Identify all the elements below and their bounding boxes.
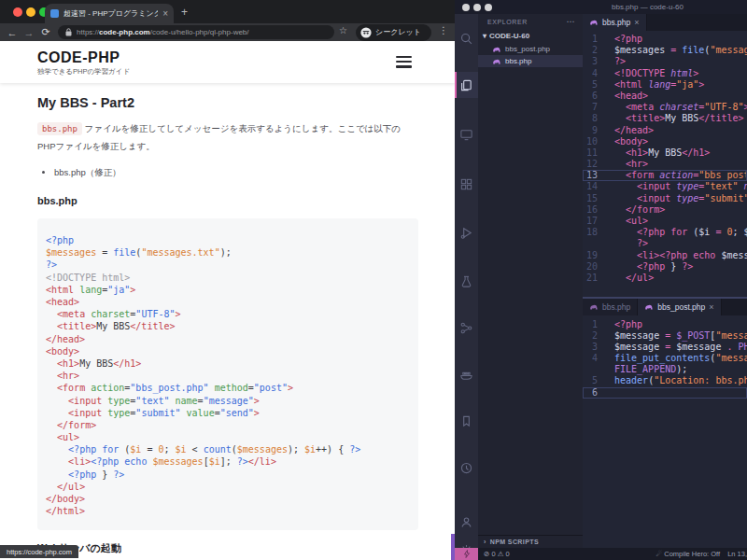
browser-tabstrip: 超速習 - PHPプログラミング（We × + (0, 0, 455, 23)
code-row: ?> (583, 238, 747, 249)
bookmarks-icon[interactable] (455, 408, 478, 434)
file-row-bbs-post[interactable]: bbs_post.php (478, 43, 583, 55)
code-row: </form> (46, 419, 409, 431)
page-title: My BBS - Part2 (37, 95, 418, 110)
status-url-tooltip: https://code-php.com (0, 545, 78, 558)
close-icon[interactable]: × (634, 18, 639, 27)
code-row: </body> (46, 493, 409, 505)
code-row: <hr> (46, 370, 409, 382)
activity-bar: 1 (455, 14, 478, 548)
minimize-window-button[interactable] (473, 4, 481, 11)
code-row: <body> (46, 345, 409, 357)
code-row: <form action="bbs_post.php" method="post… (46, 382, 409, 394)
errors-count[interactable]: ⊘ 0 ⚠ 0 (484, 550, 510, 558)
explorer-header: EXPLORER ⋯ (478, 14, 583, 29)
code-row: 15 <input type="submit" value="send"> (583, 193, 747, 204)
code-row: <ul> (46, 431, 409, 443)
code-row: <title>My BBS</title> (46, 320, 409, 332)
time-tracker-icon[interactable] (455, 455, 478, 481)
tab-title: 超速習 - PHPプログラミング（We (63, 8, 158, 19)
browser-window: 超速習 - PHPプログラミング（We × + ← → ⟳ https://co… (0, 0, 455, 560)
code-row: <?php for ($i = 0; $i < count($messages)… (46, 443, 409, 455)
cursor-position[interactable]: Ln 13, (727, 550, 747, 558)
maximize-window-button[interactable] (485, 4, 492, 11)
code-row: 9</head> (583, 125, 747, 136)
site-logo[interactable]: CODE-PHP (37, 49, 120, 66)
code-row: 1<?php (583, 34, 747, 45)
web-page: CODE-PHP 独学できるPHPの学習ガイド My BBS - Part2 b… (0, 41, 455, 560)
hamburger-menu-icon[interactable] (396, 56, 412, 68)
code-row: <h1>My BBS</h1> (46, 357, 409, 370)
code-row: ?> (46, 259, 409, 271)
compile-hero-status[interactable]: ☄ Compile Hero: Off (655, 550, 720, 558)
code-row: 2$message = $_POST["message"]; (583, 330, 747, 342)
code-row: 7 <meta charset="UTF-8"> (583, 102, 747, 113)
code-row: </html> (46, 505, 409, 517)
code-row: 10<body> (583, 136, 747, 147)
php-file-icon (589, 303, 599, 311)
incognito-icon (360, 27, 372, 38)
code-row: 4<!DOCTYPE html> (583, 68, 747, 79)
code-row: 12 <hr> (583, 159, 747, 170)
code-row: 21 </ul> (583, 273, 747, 284)
extensions-icon[interactable] (455, 171, 478, 197)
minimize-window-button[interactable] (26, 7, 35, 17)
back-button[interactable]: ← (4, 27, 21, 38)
search-icon[interactable] (455, 25, 478, 51)
run-debug-icon[interactable] (455, 219, 478, 245)
code-row: <meta charset="UTF-8"> (46, 308, 409, 320)
remote-explorer-icon[interactable] (455, 121, 478, 147)
code-row: 2$messages = file("messages.txt"); (583, 45, 747, 56)
code-row: 5<html lang="ja"> (583, 79, 747, 91)
file-row-bbs[interactable]: bbs.php (478, 55, 583, 67)
code-row: 3$message = $message . PHP_EOL; (583, 342, 747, 353)
url-text: https://code-php.com/code-u/hello-php/ql… (77, 28, 249, 36)
npm-scripts-section[interactable]: › NPM SCRIPTS (478, 535, 583, 548)
tab-close-icon[interactable]: × (162, 8, 168, 19)
chevron-right-icon: › (484, 539, 486, 545)
site-header: CODE-PHP 独学できるPHPの学習ガイド (0, 41, 455, 83)
tab-bbs-php-bottom[interactable]: bbs.php (583, 299, 638, 315)
tabbar-top: bbs.php× (583, 14, 747, 31)
window-title: bbs.php — code-u-60 (612, 3, 684, 11)
new-tab-button[interactable]: + (181, 6, 188, 19)
incognito-label: シークレット (375, 27, 421, 37)
php-file-icon (644, 303, 654, 311)
vscode-titlebar: bbs.php — code-u-60 (455, 0, 747, 14)
source-graph-icon[interactable] (455, 315, 478, 341)
close-icon[interactable]: × (709, 302, 713, 312)
tab-bbs-post-php[interactable]: bbs_post.php× (638, 299, 721, 315)
status-bar: ⊘ 0 ⚠ 0 ☄ Compile Hero: Off Ln 13, (455, 548, 747, 560)
explorer-menu-icon[interactable]: ⋯ (566, 17, 575, 26)
url-bar[interactable]: https://code-php.com/code-u/hello-php/ql… (58, 25, 334, 39)
vscode-window: bbs.php — code-u-60 1 EXPLORER ⋯ ▾ CODE-… (455, 0, 747, 560)
test-flask-icon[interactable] (455, 268, 478, 294)
reload-button[interactable]: ⟳ (37, 26, 54, 38)
editor-area: bbs.php× 1<?php2$messages = file("messag… (583, 14, 747, 548)
code-row: <?php (46, 234, 409, 246)
code-row: 3?> (583, 56, 747, 67)
lock-icon (65, 28, 72, 36)
php-file-icon (492, 46, 501, 53)
folder-row[interactable]: ▾ CODE-U-60 (478, 30, 583, 42)
tab-bbs-php-top[interactable]: bbs.php× (583, 14, 647, 31)
code-row: <li><?php echo $messages[$i]; ?></li> (46, 455, 409, 468)
account-icon[interactable] (455, 509, 478, 535)
editor-bbs-post-php[interactable]: 1<?php2$message = $_POST["message"];3$me… (583, 315, 747, 548)
remote-indicator[interactable] (455, 548, 478, 560)
close-window-button[interactable] (13, 7, 22, 17)
code-row: <html lang="ja"> (46, 284, 409, 296)
docker-whale-icon[interactable] (455, 361, 478, 387)
code-row: $messages = file("messages.txt"); (46, 246, 409, 259)
close-window-button[interactable] (462, 4, 470, 11)
explorer-icon[interactable] (455, 72, 478, 98)
code-row: </head> (46, 333, 409, 345)
editor-bbs-php[interactable]: 1<?php2$messages = file("messages.txt");… (583, 31, 747, 297)
bookmark-star-icon[interactable]: ☆ (339, 25, 347, 35)
forward-button[interactable]: → (21, 27, 37, 38)
inline-code: bbs.php (37, 122, 82, 135)
browser-menu-icon[interactable]: ⋮ (439, 25, 448, 35)
intro-paragraph: bbs.php ファイルを修正してしてメッセージを表示するようにします。ここでは… (37, 120, 418, 155)
browser-tab[interactable]: 超速習 - PHPプログラミング（We × (45, 4, 174, 23)
explorer-sidebar: EXPLORER ⋯ ▾ CODE-U-60 bbs_post.php bbs.… (478, 14, 583, 548)
